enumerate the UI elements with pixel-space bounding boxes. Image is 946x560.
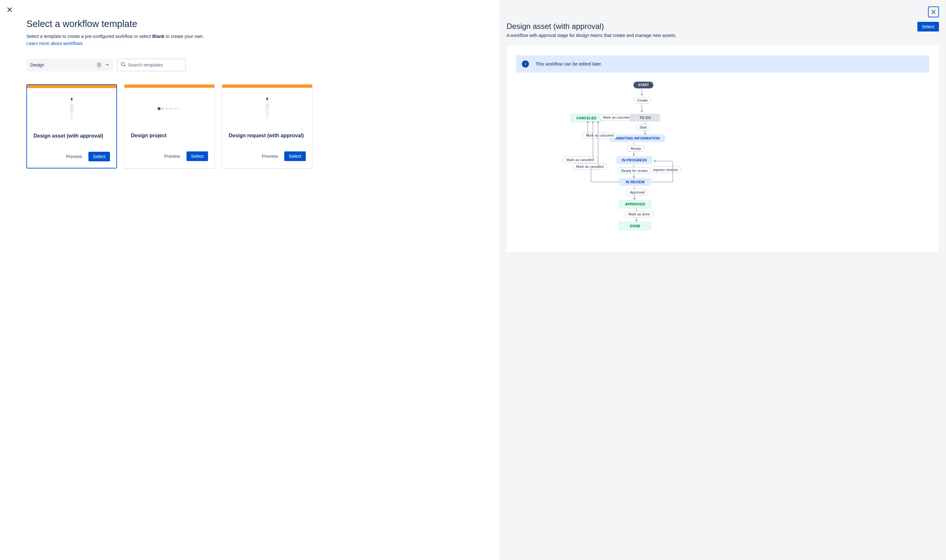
workflow-status-done: DONE (619, 222, 651, 230)
page-subtitle: Select a template to create a pre-config… (26, 33, 486, 40)
template-thumbnail (27, 88, 116, 130)
svg-marker-34 (597, 121, 599, 123)
search-input[interactable] (128, 62, 183, 68)
subtitle-post: to create your own. (165, 34, 204, 39)
workflow-transition-requires-revision: equires revision (649, 166, 681, 173)
card-accent (222, 85, 312, 88)
left-panel: Select a workflow template Select a temp… (0, 0, 499, 560)
workflow-status-in-review: IN REVIEW (619, 178, 651, 186)
svg-point-2 (121, 62, 125, 66)
workflow-transition-create: Create (634, 97, 651, 103)
template-card-design-project[interactable]: Design project Preview Select (124, 84, 215, 168)
svg-marker-32 (592, 121, 594, 123)
preview-description: A workflow with approval stage for desig… (506, 33, 676, 38)
workflow-transition-mark-canceled-1: Mark as canceled (599, 114, 634, 120)
preview-surface: i This workflow can be edited later. STA… (506, 46, 939, 253)
search-field[interactable] (117, 58, 186, 71)
category-label: Design (30, 62, 45, 68)
select-button[interactable]: Select (284, 151, 306, 161)
subtitle-pre: Select a template to create a pre-config… (26, 34, 152, 39)
template-thumbnail (222, 88, 312, 129)
workflow-diagram: START Create CANCELED Mark as canceled T… (516, 79, 929, 240)
info-banner: i This workflow can be edited later. (516, 55, 929, 73)
template-card-design-request[interactable]: Design request (with approval) Preview S… (222, 84, 312, 168)
svg-marker-7 (640, 94, 643, 96)
workflow-start-node: START (634, 82, 654, 88)
search-icon (120, 62, 128, 68)
template-cards-grid: Design asset (with approval) Preview Sel… (26, 84, 486, 168)
preview-select-button[interactable]: Select (917, 22, 939, 31)
template-card-title: Design request (with approval) (229, 133, 306, 138)
preview-button[interactable]: Preview (161, 152, 183, 161)
workflow-transition-approved: Approved (626, 189, 648, 195)
template-card-design-asset[interactable]: Design asset (with approval) Preview Sel… (26, 84, 117, 168)
subtitle-bold: Blank (152, 34, 164, 39)
category-select[interactable]: Design 3 (26, 58, 113, 71)
select-button[interactable]: Select (186, 151, 208, 161)
info-text: This workflow can be edited later. (535, 62, 602, 66)
workflow-status-todo: TO DO (630, 114, 660, 122)
close-button[interactable] (5, 5, 14, 14)
workflow-transition-ready-for-review: Ready for review (617, 168, 651, 174)
card-accent (27, 85, 116, 88)
card-accent (125, 85, 214, 88)
template-card-title: Design project (131, 133, 208, 138)
svg-marker-9 (640, 111, 643, 112)
svg-marker-30 (586, 121, 589, 123)
workflow-status-awaiting: AWAITING INFORMATION (610, 134, 665, 142)
info-icon: i (522, 60, 529, 68)
preview-title: Design asset (with approval) (506, 22, 676, 31)
workflow-transition-mark-as-done: Mark as done (625, 211, 654, 217)
chevron-down-icon (105, 62, 110, 68)
select-button[interactable]: Select (88, 152, 110, 162)
workflow-status-approved: APPROVED (619, 200, 651, 208)
preview-button[interactable]: Preview (258, 152, 281, 161)
right-panel: Design asset (with approval) A workflow … (499, 0, 946, 560)
category-count-badge: 3 (96, 62, 102, 68)
workflow-transition-start: Start (636, 124, 650, 131)
close-preview-button[interactable] (928, 6, 939, 17)
svg-marker-17 (654, 160, 655, 162)
page-title: Select a workflow template (26, 18, 486, 29)
workflow-status-in-progress: IN PROGRESS (617, 156, 652, 164)
learn-more-link[interactable]: Learn more about workflows (26, 41, 83, 46)
svg-line-3 (124, 66, 125, 66)
template-card-title: Design asset (with approval) (34, 133, 110, 139)
filters-row: Design 3 (26, 58, 486, 71)
template-thumbnail (125, 88, 214, 129)
workflow-transition-ready: Ready (627, 145, 645, 152)
preview-button[interactable]: Preview (63, 152, 85, 161)
